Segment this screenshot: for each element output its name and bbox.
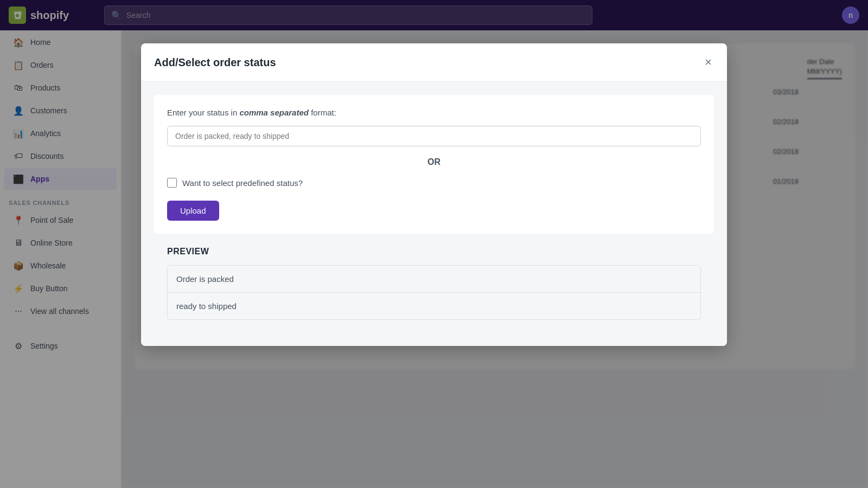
status-text-input[interactable]: [167, 126, 701, 146]
preview-row-1: Order is packed: [168, 266, 700, 293]
modal-title: Add/Select order status: [154, 56, 276, 69]
predefined-status-checkbox[interactable]: [167, 178, 177, 188]
modal-overlay: Add/Select order status × Enter your sta…: [0, 0, 868, 488]
instruction-bold: comma separated: [239, 108, 309, 117]
instruction-suffix: format:: [309, 108, 336, 117]
modal-input-section: Enter your status in comma separated for…: [154, 95, 714, 234]
predefined-status-label: Want to select predefined status?: [182, 178, 303, 188]
modal-close-button[interactable]: ×: [703, 54, 714, 70]
modal-dialog: Add/Select order status × Enter your sta…: [141, 43, 727, 346]
upload-button[interactable]: Upload: [167, 201, 219, 221]
modal-header: Add/Select order status ×: [141, 43, 727, 82]
preview-item-2: ready to shipped: [176, 301, 237, 311]
preview-row-2: ready to shipped: [168, 293, 700, 319]
predefined-status-row: Want to select predefined status?: [167, 178, 701, 188]
preview-table: Order is packed ready to shipped: [167, 265, 701, 320]
preview-item-1: Order is packed: [176, 274, 234, 284]
or-divider: OR: [167, 157, 701, 167]
modal-body: Enter your status in comma separated for…: [141, 82, 727, 346]
preview-title: PREVIEW: [167, 247, 701, 256]
preview-section: PREVIEW Order is packed ready to shipped: [154, 234, 714, 333]
status-instruction: Enter your status in comma separated for…: [167, 108, 701, 117]
instruction-prefix: Enter your status in: [167, 108, 239, 117]
